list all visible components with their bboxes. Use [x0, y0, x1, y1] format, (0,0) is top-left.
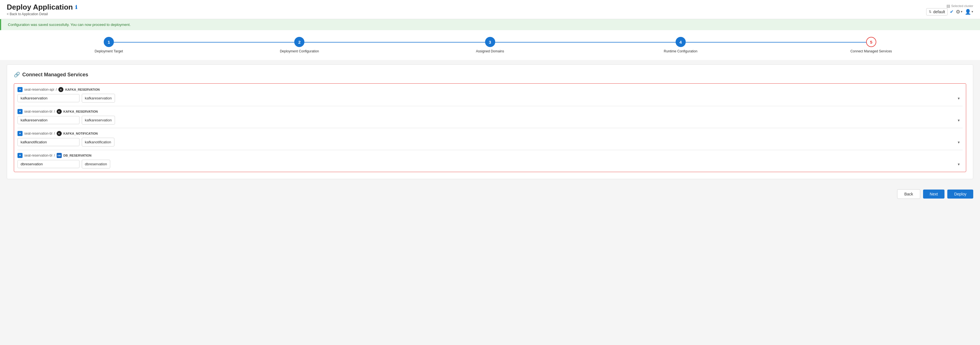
service-dropdown-4[interactable]: dbreservation [82, 160, 110, 168]
service-value-1: kafkareservation [18, 94, 80, 102]
step-5-label: Connect Managed Services [850, 49, 892, 53]
service-value-3: kafkanotification [18, 138, 80, 146]
cluster-check-icon[interactable]: ✔ [950, 9, 953, 14]
service-group: ✦ seat-reservation-api / K KAFKA_RESERVA… [14, 83, 966, 172]
deploy-button[interactable]: Deploy [947, 190, 973, 199]
service-dropdown-wrapper-1: kafkareservation [82, 94, 963, 103]
success-banner: Configuration was saved successfully. Yo… [0, 19, 980, 30]
step-3-label: Assigned Domains [476, 49, 504, 53]
back-to-detail-link[interactable]: < Back to Application Detail [7, 12, 77, 16]
service-app-3: seat-reservation-bl [24, 131, 52, 136]
app-icon-2: ✦ [18, 109, 22, 114]
db-icon-4: DB [57, 153, 62, 158]
stepper-container: 1 Deployment Target 2 Deployment Configu… [0, 30, 980, 60]
main-content: 🔗 Connect Managed Services ✦ seat-reserv… [7, 65, 973, 179]
service-dropdown-wrapper-4: dbreservation [82, 160, 963, 168]
kafka-icon-2: K [57, 109, 62, 114]
service-row-2-header: ✦ seat-reservation-bl / K KAFKA_RESERVAT… [18, 109, 963, 114]
step-1[interactable]: 1 Deployment Target [14, 37, 204, 53]
service-row-2-select: kafkareservation kafkareservation [18, 116, 963, 125]
service-row-1-header: ✦ seat-reservation-api / K KAFKA_RESERVA… [18, 87, 963, 92]
service-app-4: seat-reservation-bl [24, 154, 52, 157]
app-icon-1: ✦ [18, 87, 22, 92]
header-left: Deploy Application ℹ < Back to Applicati… [7, 3, 77, 16]
next-button[interactable]: Next [923, 190, 945, 199]
cluster-label: ▤ Selected cluster [947, 4, 973, 8]
cluster-name: default [933, 9, 945, 14]
step-4[interactable]: 4 Runtime Configuration [585, 37, 776, 53]
service-row-4: ✦ seat-reservation-bl / DB DB_RESERVATIO… [18, 153, 963, 168]
service-row-3-header: ✦ seat-reservation-bl / K KAFKA_NOTIFICA… [18, 131, 963, 136]
service-app-1: seat-reservation-api [24, 88, 54, 92]
step-1-circle: 1 [104, 37, 114, 47]
service-row-3-select: kafkanotification kafkanotification [18, 138, 963, 146]
service-type-1: KAFKA_RESERVATION [65, 88, 100, 91]
step-3-circle: 3 [485, 37, 495, 47]
service-row-4-select: dbreservation dbreservation [18, 160, 963, 168]
user-menu-button[interactable]: 👤 ▾ [965, 9, 973, 15]
settings-button[interactable]: ⚙ ▾ [956, 9, 963, 15]
step-2[interactable]: 2 Deployment Configuration [204, 37, 395, 53]
service-dropdown-3[interactable]: kafkanotification [82, 138, 115, 146]
service-value-2: kafkareservation [18, 116, 80, 124]
stepper: 1 Deployment Target 2 Deployment Configu… [14, 37, 966, 53]
step-2-label: Deployment Configuration [280, 49, 319, 53]
service-app-2: seat-reservation-bl [24, 109, 52, 114]
service-dropdown-1[interactable]: kafkareservation [82, 94, 115, 103]
step-5[interactable]: 5 Connect Managed Services [776, 37, 966, 53]
info-icon[interactable]: ℹ [75, 4, 77, 10]
service-row-3: ✦ seat-reservation-bl / K KAFKA_NOTIFICA… [18, 131, 963, 146]
service-value-4: dbreservation [18, 160, 80, 168]
header: Deploy Application ℹ < Back to Applicati… [0, 0, 980, 19]
step-1-label: Deployment Target [95, 49, 123, 53]
header-right: ▤ Selected cluster ⇅ default ✔ ⚙ ▾ 👤 ▾ [926, 4, 973, 16]
service-type-4: DB_RESERVATION [64, 154, 92, 157]
service-dropdown-wrapper-3: kafkanotification [82, 138, 963, 146]
app-icon-4: ✦ [18, 153, 22, 158]
service-type-2: KAFKA_RESERVATION [64, 110, 98, 113]
footer-actions: Back Next Deploy [0, 184, 980, 204]
section-title: 🔗 Connect Managed Services [14, 71, 966, 78]
app-icon-3: ✦ [18, 131, 22, 136]
kafka-icon-3: K [57, 131, 62, 136]
service-row-1-select: kafkareservation kafkareservation [18, 94, 963, 103]
service-type-3: KAFKA_NOTIFICATION [64, 132, 98, 135]
service-row-1: ✦ seat-reservation-api / K KAFKA_RESERVA… [18, 87, 963, 103]
step-5-circle: 5 [866, 37, 876, 47]
success-message: Configuration was saved successfully. Yo… [8, 22, 131, 27]
step-2-circle: 2 [294, 37, 304, 47]
back-button[interactable]: Back [897, 189, 920, 199]
page-title: Deploy Application [7, 3, 73, 11]
service-dropdown-2[interactable]: kafkareservation [82, 116, 115, 125]
divider-3 [18, 150, 963, 150]
page-title-container: Deploy Application ℹ [7, 3, 77, 11]
step-3[interactable]: 3 Assigned Domains [395, 37, 585, 53]
step-4-circle: 4 [676, 37, 686, 47]
kafka-icon-1: K [58, 87, 64, 92]
link-icon: 🔗 [14, 71, 20, 78]
step-4-label: Runtime Configuration [664, 49, 697, 53]
cluster-selector[interactable]: ⇅ default [926, 8, 948, 16]
service-row-4-header: ✦ seat-reservation-bl / DB DB_RESERVATIO… [18, 153, 963, 158]
service-row-2: ✦ seat-reservation-bl / K KAFKA_RESERVAT… [18, 109, 963, 125]
service-dropdown-wrapper-2: kafkareservation [82, 116, 963, 125]
cluster-arrows-icon: ⇅ [929, 10, 932, 14]
